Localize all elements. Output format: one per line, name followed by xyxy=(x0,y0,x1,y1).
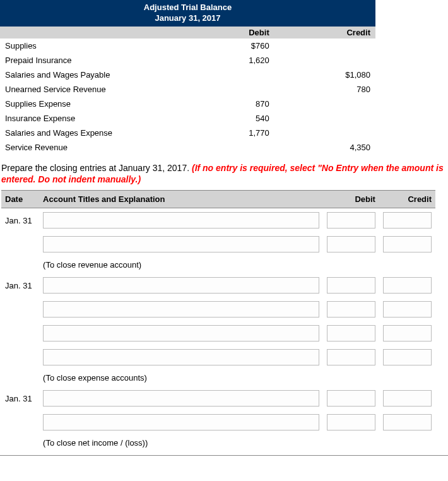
entry-row xyxy=(1,345,435,369)
debit-input[interactable] xyxy=(327,301,375,318)
credit-cell: $1,080 xyxy=(274,68,375,82)
entries-head-date: Date xyxy=(1,191,39,208)
account-title-input[interactable] xyxy=(43,277,319,294)
col-header-credit: Credit xyxy=(274,27,375,39)
credit-cell xyxy=(274,53,375,68)
credit-input[interactable] xyxy=(383,277,432,294)
entries-head-credit: Credit xyxy=(379,191,435,208)
debit-input[interactable] xyxy=(327,212,375,229)
credit-input[interactable] xyxy=(383,212,432,229)
account-title-input[interactable] xyxy=(43,325,319,341)
account-name: Unearned Service Revenue xyxy=(0,82,185,97)
entry-row xyxy=(1,232,435,256)
trial-balance-row: Salaries and Wages Expense1,770 xyxy=(0,126,375,140)
account-name: Insurance Expense xyxy=(0,111,185,126)
trial-balance-table: Adjusted Trial Balance January 31, 2017 … xyxy=(0,0,375,155)
debit-cell xyxy=(185,68,274,82)
trial-balance-row: Supplies$760 xyxy=(0,39,375,53)
entry-date: Jan. 31 xyxy=(1,386,39,410)
trial-balance-row: Supplies Expense870 xyxy=(0,97,375,111)
credit-input[interactable] xyxy=(383,325,432,341)
entry-date xyxy=(1,297,39,321)
closing-entries-table: Date Account Titles and Explanation Debi… xyxy=(1,190,435,451)
entries-head-debit: Debit xyxy=(323,191,379,208)
entry-date xyxy=(1,232,39,256)
entry-row: Jan. 31 xyxy=(1,273,435,297)
debit-input[interactable] xyxy=(327,325,375,341)
debit-input[interactable] xyxy=(327,277,375,294)
trial-balance-row: Salaries and Wages Payable$1,080 xyxy=(0,68,375,82)
col-header-debit: Debit xyxy=(185,27,274,39)
entry-row: Jan. 31 xyxy=(1,208,435,233)
debit-input[interactable] xyxy=(327,390,375,407)
account-title-input[interactable] xyxy=(43,414,319,431)
debit-cell: 870 xyxy=(185,97,274,111)
entry-row: (To close expense accounts) xyxy=(1,369,435,386)
trial-balance-row: Service Revenue4,350 xyxy=(0,140,375,155)
trial-balance-row: Prepaid Insurance1,620 xyxy=(0,53,375,68)
entry-date xyxy=(1,321,39,345)
credit-cell xyxy=(274,126,375,140)
account-title-input[interactable] xyxy=(43,301,319,318)
trial-balance-title-line1: Adjusted Trial Balance xyxy=(144,3,232,12)
debit-cell: 1,620 xyxy=(185,53,274,68)
credit-input[interactable] xyxy=(383,236,432,252)
debit-cell: 540 xyxy=(185,111,274,126)
entry-date: Jan. 31 xyxy=(1,273,39,297)
credit-input[interactable] xyxy=(383,414,432,431)
account-title-input[interactable] xyxy=(43,212,319,229)
entry-date xyxy=(1,410,39,434)
debit-cell: 1,770 xyxy=(185,126,274,140)
account-name: Salaries and Wages Payable xyxy=(0,68,185,82)
entry-explanation: (To close net income / (loss)) xyxy=(39,434,323,451)
trial-balance-row: Insurance Expense540 xyxy=(0,111,375,126)
credit-cell: 780 xyxy=(274,82,375,97)
entry-row xyxy=(1,321,435,345)
entry-date xyxy=(1,256,39,273)
debit-cell xyxy=(185,140,274,155)
entry-row: (To close net income / (loss)) xyxy=(1,434,435,451)
entry-explanation: (To close revenue account) xyxy=(39,256,323,273)
credit-cell xyxy=(274,97,375,111)
entry-explanation: (To close expense accounts) xyxy=(39,369,323,386)
credit-input[interactable] xyxy=(383,349,432,365)
entry-row: (To close revenue account) xyxy=(1,256,435,273)
account-name: Supplies Expense xyxy=(0,97,185,111)
account-title-input[interactable] xyxy=(43,236,319,252)
account-name: Service Revenue xyxy=(0,140,185,155)
entry-row xyxy=(1,297,435,321)
debit-input[interactable] xyxy=(327,349,375,365)
entries-head-acct: Account Titles and Explanation xyxy=(39,191,323,208)
entry-date: Jan. 31 xyxy=(1,208,39,233)
trial-balance-row: Unearned Service Revenue780 xyxy=(0,82,375,97)
entry-date xyxy=(1,369,39,386)
credit-cell xyxy=(274,111,375,126)
account-name: Supplies xyxy=(0,39,185,53)
account-name: Prepaid Insurance xyxy=(0,53,185,68)
trial-balance-header: Adjusted Trial Balance January 31, 2017 xyxy=(0,0,375,27)
credit-cell: 4,350 xyxy=(274,140,375,155)
debit-cell: $760 xyxy=(185,39,274,53)
credit-input[interactable] xyxy=(383,301,432,318)
entry-date xyxy=(1,345,39,369)
entry-row xyxy=(1,410,435,434)
account-name: Salaries and Wages Expense xyxy=(0,126,185,140)
entry-date xyxy=(1,434,39,451)
instructions-plain: Prepare the closing entries at January 3… xyxy=(1,163,192,173)
debit-input[interactable] xyxy=(327,236,375,252)
debit-input[interactable] xyxy=(327,414,375,431)
trial-balance-title-line2: January 31, 2017 xyxy=(155,13,220,23)
account-title-input[interactable] xyxy=(43,390,319,407)
debit-cell xyxy=(185,82,274,97)
credit-cell xyxy=(274,39,375,53)
account-title-input[interactable] xyxy=(43,349,319,365)
credit-input[interactable] xyxy=(383,390,432,407)
entry-row: Jan. 31 xyxy=(1,386,435,410)
instructions: Prepare the closing entries at January 3… xyxy=(1,162,447,185)
